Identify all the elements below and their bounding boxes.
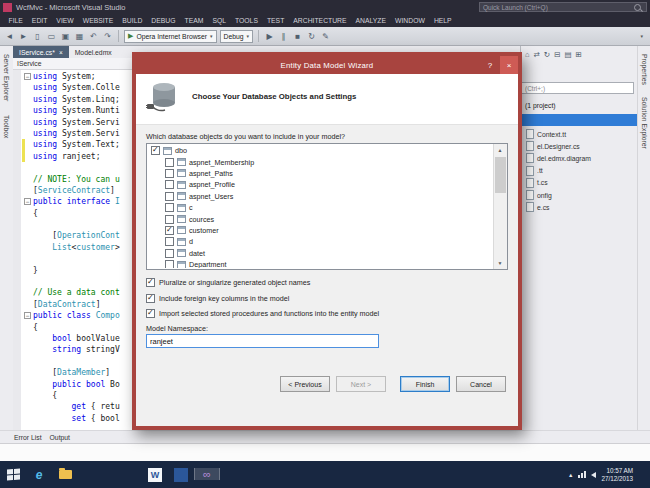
app-button[interactable] (168, 468, 194, 482)
bottom-tool-tab[interactable]: Error List (14, 434, 42, 441)
menu-item[interactable]: WEBSITE (78, 14, 118, 27)
code-line[interactable]: using System.Text; (33, 139, 120, 150)
file-explorer-button[interactable] (52, 461, 78, 488)
help-icon[interactable]: ? (482, 56, 498, 74)
bottom-tool-tab[interactable]: Output (50, 434, 70, 441)
code-line[interactable]: string stringV (33, 344, 120, 355)
start-button[interactable] (0, 461, 26, 488)
tree-row[interactable]: cources (148, 213, 493, 224)
checkbox[interactable] (146, 309, 155, 318)
tree-row[interactable]: d (148, 236, 493, 247)
internet-explorer-button[interactable]: e (26, 461, 52, 488)
checkbox[interactable] (165, 180, 174, 189)
code-line[interactable]: List<customer> (33, 242, 120, 253)
tree-row[interactable]: dbo (148, 145, 493, 156)
menu-item[interactable]: FILE (4, 14, 27, 27)
checkbox[interactable] (165, 237, 174, 246)
solution-search-input[interactable]: (Ctrl+;) (521, 82, 634, 94)
checkbox[interactable] (165, 192, 174, 201)
tree-row[interactable]: aspnet_Membership (148, 156, 493, 167)
menu-item[interactable]: EDIT (27, 14, 51, 27)
tree-row[interactable]: aspnet_Paths (148, 168, 493, 179)
refresh-icon[interactable]: ↻ (544, 50, 550, 59)
close-icon[interactable]: × (59, 49, 63, 56)
selected-project-row[interactable] (521, 114, 637, 126)
code-line[interactable]: [ServiceContract] (33, 185, 120, 196)
code-line[interactable]: get { retu (33, 401, 120, 412)
checkbox[interactable] (165, 215, 174, 224)
solution-config-dropdown[interactable]: Debug ▾ (220, 30, 254, 43)
code-line[interactable]: [DataContract] (33, 299, 120, 310)
checkbox[interactable] (165, 249, 174, 258)
show-all-files-icon[interactable]: ▤ (564, 50, 571, 59)
code-line[interactable]: using System; (33, 71, 120, 82)
document-tab[interactable]: Model.edmx (69, 46, 122, 58)
menu-item[interactable]: SQL (208, 14, 231, 27)
code-line[interactable]: using System.Colle (33, 82, 120, 93)
menu-item[interactable]: VIEW (52, 14, 78, 27)
menu-item[interactable]: HELP (429, 14, 456, 27)
code-line[interactable] (33, 356, 120, 367)
solution-item[interactable]: Context.tt (521, 128, 637, 140)
dock-tab[interactable]: Solution Explorer (641, 97, 648, 149)
close-icon[interactable]: × (500, 56, 518, 74)
code-line[interactable]: // NOTE: You can u (33, 174, 120, 185)
dock-tab[interactable]: Server Explorer (3, 54, 10, 101)
switch-views-icon[interactable]: ⇄ (534, 50, 540, 59)
quick-launch-input[interactable]: Quick Launch (Ctrl+Q) (479, 2, 647, 12)
checkbox[interactable] (165, 169, 174, 178)
code-line[interactable] (33, 276, 120, 287)
checkbox[interactable] (165, 226, 174, 235)
checkbox[interactable] (165, 158, 174, 167)
code-line[interactable]: { (33, 208, 120, 219)
save-icon[interactable]: ▣ (60, 32, 71, 41)
code-line[interactable]: [OperationCont (33, 230, 120, 241)
tray-expand-icon[interactable]: ▲ (568, 472, 573, 478)
code-line[interactable]: using ranjeet; (33, 151, 120, 162)
dock-tab[interactable]: Properties (641, 54, 648, 85)
model-namespace-input[interactable] (146, 334, 379, 348)
database-objects-tree[interactable]: dbo aspnet_Membership aspnet_Paths (146, 143, 508, 270)
scroll-up-icon[interactable]: ▲ (494, 144, 506, 156)
breakpoint-margin[interactable] (13, 70, 21, 430)
solution-node-label[interactable]: (1 project) (525, 102, 556, 109)
break-all-icon[interactable]: ∥ (278, 32, 289, 41)
solution-item[interactable]: t.cs (521, 177, 637, 189)
undo-icon[interactable]: ↶ (88, 32, 99, 41)
tree-row[interactable]: datet (148, 248, 493, 259)
volume-icon[interactable] (591, 472, 596, 478)
word-button[interactable]: W (142, 468, 168, 482)
dock-tab[interactable]: Toolbox (3, 115, 10, 138)
solution-item[interactable]: .tt (521, 165, 637, 177)
dialog-button[interactable]: Cancel (456, 376, 506, 392)
option-row[interactable]: Pluralize or singularize generated objec… (146, 275, 379, 291)
code-line[interactable]: set { bool (33, 413, 120, 424)
code-line[interactable]: using System.Runti (33, 105, 120, 116)
scrollbar-thumb[interactable] (495, 157, 506, 193)
code-line[interactable] (33, 162, 120, 173)
menu-item[interactable]: BUILD (118, 14, 147, 27)
tree-row[interactable]: aspnet_Users (148, 191, 493, 202)
network-icon[interactable] (578, 471, 586, 478)
dialog-title-bar[interactable]: Entity Data Model Wizard ? × (136, 56, 518, 74)
tree-scrollbar[interactable]: ▲ ▼ (493, 144, 507, 269)
code-line[interactable]: public bool Bo (33, 379, 120, 390)
redo-icon[interactable]: ↷ (102, 32, 113, 41)
dialog-button[interactable]: Finish (400, 376, 450, 392)
tree-row[interactable]: c (148, 202, 493, 213)
code-line[interactable]: { (33, 390, 120, 401)
checkbox[interactable] (165, 260, 174, 268)
restart-icon[interactable]: ↻ (306, 32, 317, 41)
checkbox[interactable] (151, 146, 160, 155)
debug-continue-icon[interactable]: ▶ (264, 32, 275, 41)
start-debug-browser-button[interactable]: ▶ Opera Internet Browser ▾ (124, 30, 217, 43)
dialog-button[interactable]: < Previous (280, 376, 330, 392)
solution-item[interactable]: del.edmx.diagram (521, 152, 637, 164)
code-line[interactable] (33, 253, 120, 264)
open-file-icon[interactable]: ▭ (46, 32, 57, 41)
code-line[interactable] (33, 219, 120, 230)
scroll-down-icon[interactable]: ▼ (494, 257, 506, 269)
code-line[interactable]: } (33, 265, 120, 276)
menu-item[interactable]: TOOLS (231, 14, 263, 27)
menu-item[interactable]: ARCHITECTURE (289, 14, 351, 27)
